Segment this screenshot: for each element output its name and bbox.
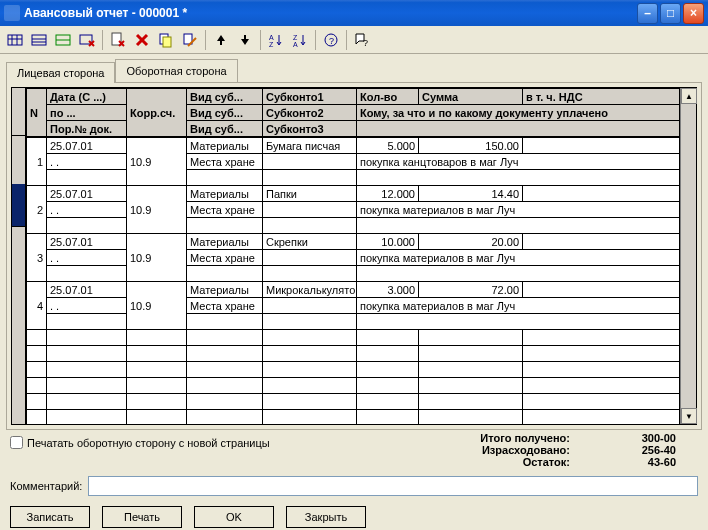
cell-n[interactable]: 2 — [27, 186, 47, 234]
comment-input[interactable] — [88, 476, 698, 496]
cell-sub2[interactable] — [263, 154, 357, 170]
col-vid3[interactable]: Вид суб... — [187, 121, 263, 137]
table-row[interactable]: . .Места хранепокупка канцтоваров в маг … — [27, 154, 680, 170]
table-row[interactable]: 325.07.0110.9МатериалыСкрепки10.00020.00 — [27, 234, 680, 250]
toolbar-grid3-icon[interactable] — [52, 29, 74, 51]
toolbar-down-arrow-icon[interactable] — [234, 29, 256, 51]
col-nds[interactable]: в т. ч. НДС — [523, 89, 680, 105]
cell-vid3[interactable] — [187, 218, 263, 234]
cell-date3[interactable] — [47, 170, 127, 186]
col-kol[interactable]: Кол-во — [357, 89, 419, 105]
table-row[interactable] — [27, 314, 680, 330]
toolbar-bigx-icon[interactable] — [131, 29, 153, 51]
col-sub1[interactable]: Субконто1 — [263, 89, 357, 105]
cell-nds[interactable] — [523, 186, 680, 202]
cell-sub[interactable]: Скрепки — [263, 234, 357, 250]
cell-n[interactable]: 4 — [27, 282, 47, 330]
table-row-empty[interactable] — [27, 394, 680, 410]
grid-header[interactable]: N Дата (С ...) Корр.сч. Вид суб... Субко… — [26, 88, 680, 137]
table-row[interactable] — [27, 170, 680, 186]
table-row-empty[interactable] — [27, 362, 680, 378]
cell-sub2[interactable] — [263, 202, 357, 218]
cell-sub3[interactable] — [263, 266, 357, 282]
cell-sum[interactable]: 20.00 — [419, 234, 523, 250]
toolbar-grid2-icon[interactable] — [28, 29, 50, 51]
cell-date[interactable]: 25.07.01 — [47, 234, 127, 250]
table-row-empty[interactable] — [27, 378, 680, 394]
cell-empty[interactable] — [357, 170, 680, 186]
cell-vid2[interactable]: Места хране — [187, 298, 263, 314]
cell-empty[interactable] — [357, 218, 680, 234]
col-vid1[interactable]: Вид суб... — [187, 89, 263, 105]
cell-date2[interactable]: . . — [47, 154, 127, 170]
toolbar-grid1-icon[interactable] — [4, 29, 26, 51]
cell-kol[interactable]: 10.000 — [357, 234, 419, 250]
table-row-empty[interactable] — [27, 410, 680, 425]
scroll-up-icon[interactable]: ▲ — [681, 88, 697, 104]
table-row[interactable]: . .Места хранепокупка материалов в маг Л… — [27, 298, 680, 314]
table-row[interactable]: . .Места хранепокупка материалов в маг Л… — [27, 250, 680, 266]
table-row[interactable]: 425.07.0110.9МатериалыМикрокалькулято3.0… — [27, 282, 680, 298]
toolbar-doc-x-icon[interactable] — [107, 29, 129, 51]
cell-sub3[interactable] — [263, 218, 357, 234]
toolbar-whatsthis-icon[interactable]: ? — [351, 29, 373, 51]
cell-vid1[interactable]: Материалы — [187, 186, 263, 202]
cell-sub3[interactable] — [263, 314, 357, 330]
cell-sub[interactable]: Микрокалькулято — [263, 282, 357, 298]
cell-n[interactable]: 3 — [27, 234, 47, 282]
cell-vid1[interactable]: Материалы — [187, 282, 263, 298]
cell-date2[interactable]: . . — [47, 202, 127, 218]
maximize-button[interactable]: □ — [660, 3, 681, 24]
cell-kol[interactable]: 3.000 — [357, 282, 419, 298]
toolbar-help-icon[interactable]: ? — [320, 29, 342, 51]
vertical-scrollbar[interactable]: ▲ ▼ — [680, 88, 696, 424]
cell-pay[interactable]: покупка канцтоваров в маг Луч — [357, 154, 680, 170]
col-sub3[interactable]: Субконто3 — [263, 121, 357, 137]
table-row[interactable]: 225.07.0110.9МатериалыПапки12.00014.40 — [27, 186, 680, 202]
cell-vid3[interactable] — [187, 170, 263, 186]
table-row-empty[interactable] — [27, 346, 680, 362]
col-korr[interactable]: Корр.сч. — [127, 89, 187, 137]
cell-vid3[interactable] — [187, 266, 263, 282]
cell-sub2[interactable] — [263, 298, 357, 314]
cell-nds[interactable] — [523, 138, 680, 154]
cell-sub2[interactable] — [263, 250, 357, 266]
cell-date3[interactable] — [47, 266, 127, 282]
ok-button[interactable]: OK — [194, 506, 274, 528]
cell-korr[interactable]: 10.9 — [127, 138, 187, 186]
cell-empty[interactable] — [357, 266, 680, 282]
cell-korr[interactable]: 10.9 — [127, 282, 187, 330]
row-selector-column[interactable] — [12, 88, 26, 424]
cell-vid3[interactable] — [187, 314, 263, 330]
col-payee[interactable]: Кому, за что и по какому документу уплач… — [357, 105, 680, 121]
cell-pay[interactable]: покупка материалов в маг Луч — [357, 202, 680, 218]
table-row[interactable] — [27, 266, 680, 282]
col-vid2[interactable]: Вид суб... — [187, 105, 263, 121]
col-date[interactable]: Дата (С ...) — [47, 89, 127, 105]
cell-sub[interactable]: Бумага писчая — [263, 138, 357, 154]
cell-pay[interactable]: покупка материалов в маг Луч — [357, 298, 680, 314]
col-sum[interactable]: Сумма — [419, 89, 523, 105]
cell-sum[interactable]: 150.00 — [419, 138, 523, 154]
cell-sub[interactable]: Папки — [263, 186, 357, 202]
grid-body[interactable]: 125.07.0110.9МатериалыБумага писчая5.000… — [26, 137, 680, 424]
close-button[interactable]: × — [683, 3, 704, 24]
cell-sum[interactable]: 14.40 — [419, 186, 523, 202]
table-row[interactable]: . .Места хранепокупка материалов в маг Л… — [27, 202, 680, 218]
cell-vid2[interactable]: Места хране — [187, 250, 263, 266]
toolbar-sort-asc-icon[interactable]: AZ — [265, 29, 287, 51]
table-row[interactable]: 125.07.0110.9МатериалыБумага писчая5.000… — [27, 138, 680, 154]
toolbar-grid-del-icon[interactable] — [76, 29, 98, 51]
cell-date[interactable]: 25.07.01 — [47, 282, 127, 298]
cell-kol[interactable]: 12.000 — [357, 186, 419, 202]
cell-n[interactable]: 1 — [27, 138, 47, 186]
cell-nds[interactable] — [523, 282, 680, 298]
col-sub2[interactable]: Субконто2 — [263, 105, 357, 121]
col-date2[interactable]: по ... — [47, 105, 127, 121]
cell-nds[interactable] — [523, 234, 680, 250]
grid[interactable]: N Дата (С ...) Корр.сч. Вид суб... Субко… — [11, 87, 697, 425]
tab-front-side[interactable]: Лицевая сторона — [6, 62, 115, 83]
table-row[interactable] — [27, 218, 680, 234]
print-button[interactable]: Печать — [102, 506, 182, 528]
cell-vid2[interactable]: Места хране — [187, 154, 263, 170]
